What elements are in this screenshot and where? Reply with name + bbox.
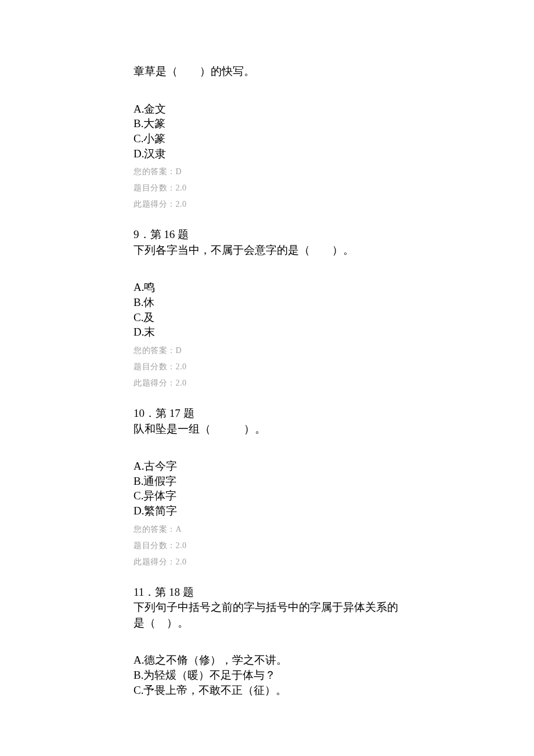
q10-option-b: B.通假字 — [134, 474, 400, 489]
q8-your-answer: 您的答案：D — [134, 167, 400, 177]
q9-header: 9．第 16 题 — [134, 227, 400, 243]
q10-options: A.古今字 B.通假字 C.异体字 D.繁简字 — [134, 459, 400, 519]
q10-option-d: D.繁简字 — [134, 503, 400, 519]
q8-option-d: D.汉隶 — [134, 146, 400, 161]
q9-earned-score: 此题得分：2.0 — [134, 378, 400, 388]
q9-option-a: A.鸣 — [134, 280, 400, 295]
q11-option-b: B.为轻煖（暖）不足于体与？ — [134, 668, 400, 683]
q8-max-score: 题目分数：2.0 — [134, 183, 400, 193]
q8-option-c: C.小篆 — [134, 131, 400, 146]
q8-stem: 章草是（ ）的快写。 — [134, 64, 400, 80]
q8-options: A.金文 B.大篆 C.小篆 D.汉隶 — [134, 102, 400, 161]
q9-options: A.鸣 B.休 C.及 D.末 — [134, 280, 400, 340]
q10-earned-score: 此题得分：2.0 — [134, 557, 400, 567]
q11-header: 11．第 18 题 — [134, 585, 400, 600]
q10-header: 10．第 17 题 — [134, 406, 400, 422]
q10-max-score: 题目分数：2.0 — [134, 541, 400, 551]
q10-option-c: C.异体字 — [134, 488, 400, 503]
q9-option-c: C.及 — [134, 310, 400, 325]
q9-stem: 下列各字当中，不属于会意字的是（ ）。 — [134, 243, 400, 258]
q9-option-b: B.休 — [134, 295, 400, 310]
q9-your-answer: 您的答案：D — [134, 345, 400, 356]
q9-max-score: 题目分数：2.0 — [134, 362, 400, 372]
q11-stem: 下列句子中括号之前的字与括号中的字属于异体关系的是（ ）。 — [134, 600, 400, 631]
q10-stem: 队和坠是一组（ ）。 — [134, 422, 400, 437]
q8-option-a: A.金文 — [134, 102, 400, 117]
q8-option-b: B.大篆 — [134, 116, 400, 131]
q11-options: A.德之不脩（修），学之不讲。 B.为轻煖（暖）不足于体与？ C.予畏上帝，不敢… — [134, 653, 400, 697]
q11-option-c: C.予畏上帝，不敢不正（征）。 — [134, 683, 400, 698]
q10-your-answer: 您的答案：A — [134, 524, 400, 535]
q9-option-d: D.末 — [134, 325, 400, 340]
q8-earned-score: 此题得分：2.0 — [134, 199, 400, 210]
q10-option-a: A.古今字 — [134, 459, 400, 474]
q11-option-a: A.德之不脩（修），学之不讲。 — [134, 653, 400, 668]
